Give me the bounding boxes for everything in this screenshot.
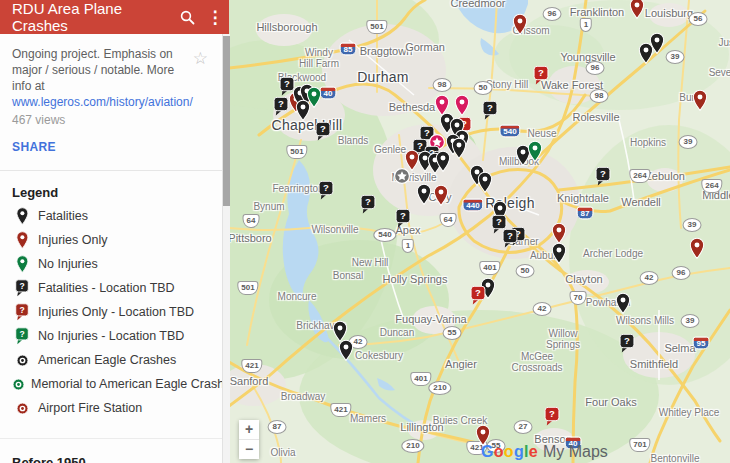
pin-black-icon [12,207,32,225]
sidebar-scrollbar-track[interactable] [222,34,230,463]
map-marker-tile-black[interactable]: ? [395,208,411,228]
legend-item[interactable]: Injuries Only [0,228,222,252]
map-marker-pin-red[interactable] [433,184,449,206]
donut-green-icon [12,378,25,391]
sidebar: Ongoing project. Emphasis on major / ser… [0,0,222,463]
map-marker-pin-red[interactable] [692,89,708,111]
map-label: Moncure [278,292,317,303]
map-label: Justice [718,38,730,49]
map-marker-tile-black[interactable]: ? [318,180,334,200]
item-label: Injuries Only - Location TBD [38,305,194,319]
legend-heading: Legend [0,171,222,204]
legend-item[interactable]: Airport Fire Station [0,396,222,420]
tile-green-icon: ? [12,327,32,345]
route-shield: 421 [241,359,262,373]
legend-item[interactable]: ?No Injuries - Location TBD [0,324,222,348]
map-label: Sanford [230,376,269,388]
map-marker-tile-black[interactable]: ? [619,333,635,353]
route-shield: 87 [577,207,594,220]
map-description: Ongoing project. Emphasis on major / ser… [12,46,184,128]
map-marker-pin-pink[interactable] [454,94,470,116]
route-shield: 540 [499,125,520,138]
svg-text:?: ? [487,102,493,113]
map-marker-tile-black[interactable]: ? [482,100,498,120]
map-marker-pin-black[interactable] [338,339,354,361]
map-marker-pin-black[interactable] [416,183,432,205]
map-label: Gorman [405,42,445,54]
svg-text:?: ? [400,210,406,221]
map-marker-pin-black[interactable] [435,150,451,172]
route-shield: 39 [679,135,698,149]
map-marker-star-gray[interactable] [394,168,411,185]
map-marker-pin-black[interactable] [451,137,467,159]
search-icon[interactable] [173,3,201,31]
map-label: Bonsal [333,271,364,282]
item-label: Memorial to American Eagle Crashes [31,377,222,391]
svg-text:?: ? [19,305,24,315]
map-marker-pin-black[interactable] [477,171,493,193]
map-label: Clayton [565,274,602,286]
map-title-bar: RDU Area Plane Crashes ⋮ [0,0,229,34]
map-label: Bentonville [651,454,700,463]
map-marker-pin-black[interactable] [551,242,567,264]
svg-text:?: ? [549,408,555,419]
my-maps-label: My Maps [543,443,608,461]
overflow-menu-icon[interactable]: ⋮ [201,3,229,31]
legend-item[interactable]: American Eagle Crashes [0,348,222,372]
share-button[interactable]: SHARE [12,140,210,154]
svg-text:?: ? [600,168,606,179]
google-logo-letter: o [504,443,514,460]
google-logo-letter: e [529,443,538,460]
map-label: Louisburg [645,8,693,20]
map-marker-tile-black[interactable]: ? [595,166,611,186]
route-shield: 501 [366,20,387,34]
legend-item[interactable]: ?Fatalities - Location TBD [0,276,222,300]
map-label: Cokesbury [355,351,403,362]
map-marker-tile-black[interactable]: ? [315,121,331,141]
map-marker-tile-black[interactable]: ? [360,194,376,214]
legend-item[interactable]: No Injuries [0,252,222,276]
map-marker-tile-tilered[interactable]: ? [470,285,486,305]
map-marker-pin-black[interactable] [638,42,654,64]
route-shield: 440 [462,199,483,212]
map-marker-tile-black[interactable]: ? [273,96,289,116]
map-label: Archer Lodge [583,249,643,260]
map-label: Smithfield [630,359,678,371]
svg-text:?: ? [507,230,513,241]
route-shield: 96 [586,61,605,75]
map-label: McGee Crossroads [511,352,562,373]
map-marker-pin-red[interactable] [512,13,528,35]
map-label: Fuquay-Varina [395,314,466,326]
sidebar-scrollbar-thumb[interactable] [223,36,230,206]
my-maps-app: HillsboroughWindy Hill FarmBraggtownGorm… [0,0,730,463]
map-label: Franklinton [570,7,624,19]
route-shield: 98 [590,89,609,103]
pin-green-icon [12,255,32,273]
map-marker-pin-red[interactable] [629,0,645,19]
map-label: Rolesville [572,112,619,124]
map-marker-pin-black[interactable] [295,99,311,121]
map-label: Neuse [528,129,557,140]
route-shield: 40 [320,87,337,100]
zoom-in-button[interactable]: + [239,420,259,439]
zoom-out-button[interactable]: − [239,440,259,459]
map-marker-tile-black[interactable]: ? [502,228,518,248]
map-marker-pin-green[interactable] [527,140,543,162]
legend-item[interactable]: Memorial to American Eagle Crashes [0,372,222,396]
map-marker-pin-red[interactable] [689,237,705,259]
route-shield: 264 [629,169,650,183]
svg-text:?: ? [284,78,290,89]
google-logo-letter: G [481,443,494,460]
legend-item[interactable]: ?Injuries Only - Location TBD [0,300,222,324]
map-marker-tile-tilered[interactable]: ? [533,65,549,85]
description-link[interactable]: www.legeros.com/history/aviation/ [12,95,193,109]
route-shield: 27 [514,420,533,434]
map-label: Windy Hill Farm [299,48,339,69]
star-icon[interactable]: ☆ [193,48,208,69]
map-canvas[interactable]: HillsboroughWindy Hill FarmBraggtownGorm… [229,0,730,463]
legend-item[interactable]: Fatalities [0,204,222,228]
map-marker-pin-black[interactable] [615,292,631,314]
map-marker-tile-tilered[interactable]: ? [544,406,560,426]
map-marker-pin-red[interactable] [551,222,567,244]
map-label: Creedmoor [450,0,505,10]
